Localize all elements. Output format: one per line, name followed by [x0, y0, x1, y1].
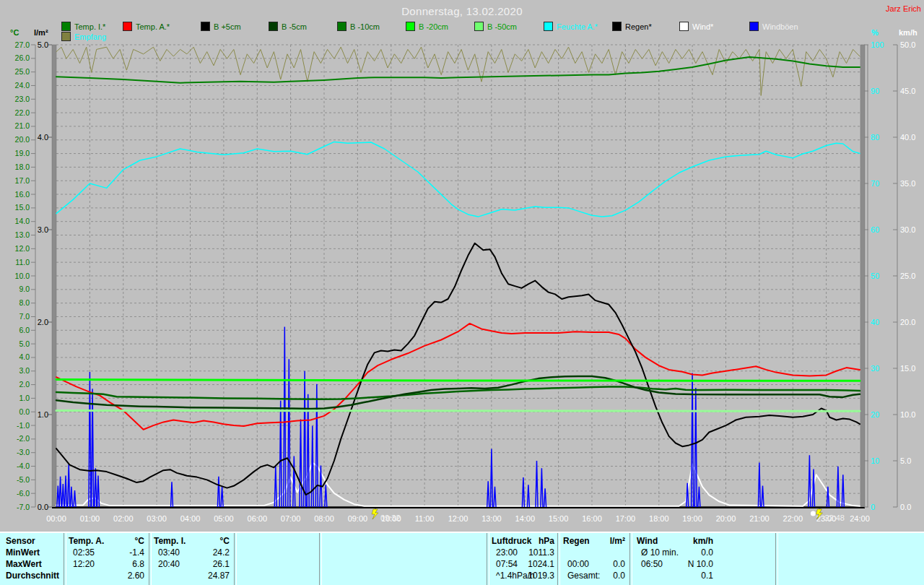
- temp-tick-label: 13.0: [15, 230, 30, 239]
- x-tick-label: 06:00: [248, 514, 268, 523]
- wind-tick-label: 25.0: [900, 272, 915, 280]
- humidity-tick-label: 30: [871, 364, 879, 373]
- x-tick-label: 18:00: [649, 514, 669, 523]
- x-tick-label: 02:00: [113, 514, 134, 523]
- humidity-tick-label: 60: [871, 225, 879, 234]
- chart-plot-area: 27.026.025.024.023.022.021.020.019.018.0…: [0, 0, 924, 534]
- legend-item-feuchte-a[interactable]: Feuchte A.*: [544, 22, 598, 31]
- table-cell-value-regen: 0.0: [567, 571, 625, 581]
- temp-tick-label: 10.0: [15, 272, 30, 280]
- temp-tick-label: 1.0: [19, 394, 30, 402]
- legend-item-b-plus5[interactable]: B +5cm: [201, 22, 241, 31]
- legend-swatch-empfang: [61, 32, 71, 41]
- legend-item-temp-i[interactable]: Temp. I.*: [61, 22, 105, 31]
- rain-tick-label: 1.0: [38, 410, 48, 419]
- table-cell-value-temp-a: 2.60: [87, 571, 144, 581]
- temp-tick-label: 8.0: [19, 298, 30, 307]
- legend-item-b-minus50[interactable]: B -50cm: [474, 22, 517, 31]
- legend-item-b-minus5[interactable]: B -5cm: [269, 22, 307, 31]
- legend-item-regen[interactable]: Regen*: [612, 22, 652, 31]
- statistics-table: SensorMinWertMaxWertDurchschnittTemp. A.…: [0, 532, 924, 585]
- x-tick-label: 03:00: [147, 514, 167, 523]
- rain-tick-label: 2.0: [38, 318, 48, 326]
- legend-swatch-b-minus50: [474, 22, 484, 31]
- x-tick-label: 11:00: [415, 514, 435, 523]
- temp-tick-label: 2.0: [19, 380, 30, 389]
- legend-item-windboeen[interactable]: Windböen: [749, 22, 798, 31]
- rain-tick-label: 4.0: [38, 133, 48, 142]
- x-tick-label: 00:00: [46, 514, 66, 523]
- temp-tick-label: 20.0: [15, 135, 30, 144]
- legend-item-temp-a[interactable]: Temp. A.*: [123, 22, 170, 31]
- legend-item-b-minus20[interactable]: B -20cm: [406, 22, 448, 31]
- legend-swatch-b-minus5: [269, 22, 278, 31]
- wind-tick-label: 0.0: [900, 503, 911, 511]
- temp-tick-label: 5.0: [19, 339, 30, 348]
- weather-station-screen: { "header": { "title": "Donnerstag, 13.0…: [0, 0, 924, 585]
- humidity-tick-label: 10: [871, 456, 879, 465]
- temp-tick-label: 0.0: [19, 407, 30, 416]
- x-tick-label: 05:00: [214, 514, 234, 523]
- legend-swatch-temp-a: [123, 22, 132, 31]
- table-separator: [775, 533, 778, 585]
- legend-item-b-minus10[interactable]: B -10cm: [337, 22, 380, 31]
- wind-tick-label: 20.0: [900, 318, 915, 326]
- legend-swatch-wind: [679, 22, 689, 31]
- humidity-tick-label: 90: [871, 87, 879, 95]
- table-cell-value-luftdruck: 1019.3: [497, 571, 554, 581]
- table-cell-value-wind: 0.0: [655, 547, 713, 558]
- chart-svg: 27.026.025.024.023.022.021.020.019.018.0…: [0, 0, 924, 532]
- x-tick-label: 09:00: [348, 514, 368, 523]
- legend-label: Wind*: [692, 22, 713, 31]
- legend-label: Temp. I.*: [74, 22, 105, 31]
- legend-label: B -10cm: [350, 22, 380, 31]
- table-separator: [629, 533, 632, 585]
- table-col-unit-temp-i: °C: [172, 536, 230, 546]
- legend-item-wind[interactable]: Wind*: [679, 22, 713, 31]
- humidity-tick-label: 50: [871, 272, 879, 280]
- x-tick-label: 24:00: [850, 514, 870, 523]
- table-cell-value-temp-a: 6.8: [87, 559, 144, 569]
- marker-time-label: 09:32: [380, 514, 401, 522]
- temp-tick-label: 25.0: [15, 67, 30, 76]
- table-separator: [319, 533, 322, 585]
- legend-label: Windböen: [762, 22, 798, 31]
- rain-tick-label: 3.0: [38, 225, 48, 234]
- table-separator: [487, 533, 489, 585]
- x-tick-label: 04:00: [180, 514, 201, 523]
- table-separator: [557, 533, 560, 585]
- humidity-tick-label: 40: [871, 318, 879, 326]
- legend-item-empfang[interactable]: Empfang: [61, 32, 106, 41]
- table-cell-value-temp-i: 26.1: [172, 559, 230, 569]
- table-cell-value-luftdruck: 1024.1: [497, 559, 554, 569]
- temp-tick-label: -1.0: [17, 421, 30, 430]
- legend-swatch-b-minus10: [337, 22, 346, 31]
- legend-swatch-b-minus20: [406, 22, 415, 31]
- temp-tick-label: -3.0: [17, 448, 30, 456]
- table-col-unit-wind: km/h: [655, 536, 713, 546]
- legend-swatch-b-plus5: [201, 22, 210, 31]
- table-row-label: Durchschnitt: [6, 571, 59, 581]
- table-row-label: Sensor: [6, 536, 35, 546]
- temp-tick-label: 12.0: [15, 244, 30, 253]
- x-tick-label: 22:00: [783, 514, 803, 523]
- table-cell-value-wind: N 10.0: [655, 559, 713, 569]
- temp-tick-label: 22.0: [15, 108, 30, 117]
- x-tick-label: 13:00: [481, 514, 502, 523]
- temp-tick-label: -2.0: [17, 434, 30, 443]
- legend-label: Temp. A.*: [136, 22, 170, 31]
- table-cell-value-wind: 0.1: [655, 571, 713, 581]
- x-tick-label: 21:00: [749, 514, 770, 523]
- legend-label: Feuchte A.*: [557, 22, 598, 31]
- x-tick-label: 16:00: [582, 514, 602, 523]
- legend-swatch-windboeen: [749, 22, 759, 31]
- bolt-icon: [372, 509, 378, 519]
- legend-label: B -5cm: [282, 22, 307, 31]
- temp-tick-label: 14.0: [15, 217, 30, 225]
- legend-label: B +5cm: [214, 22, 241, 31]
- x-tick-label: 19:00: [682, 514, 702, 523]
- x-tick-label: 12:00: [448, 514, 468, 523]
- table-cell-value-temp-i: 24.2: [172, 547, 230, 558]
- temp-tick-label: 4.0: [19, 352, 30, 361]
- table-col-unit-luftdruck: hPa: [497, 536, 554, 546]
